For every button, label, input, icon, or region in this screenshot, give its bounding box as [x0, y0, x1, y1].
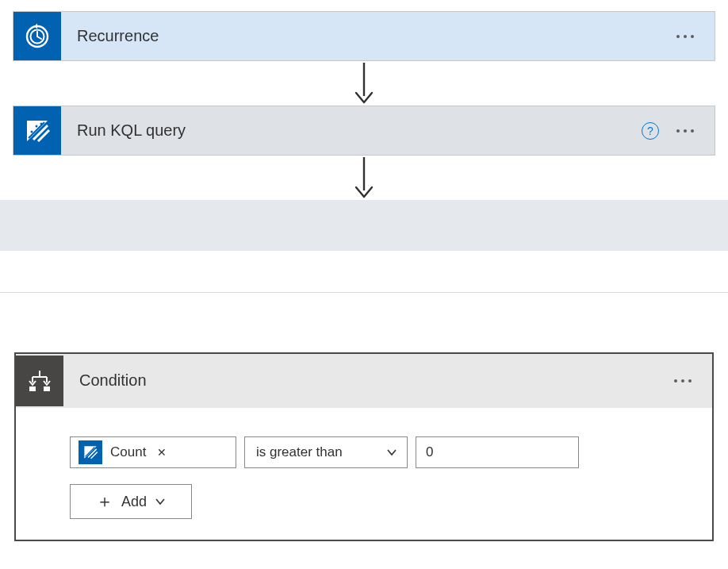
chevron-down-icon	[386, 447, 397, 458]
condition-body: Count ✕ is greater than ＋ Add	[16, 408, 712, 540]
svg-line-22	[91, 452, 98, 458]
recurrence-title: Recurrence	[77, 27, 676, 45]
step-run-kql-query[interactable]: Run KQL query ?	[13, 106, 715, 156]
svg-marker-19	[84, 446, 96, 458]
kql-help-button[interactable]: ?	[642, 122, 659, 140]
step-recurrence[interactable]: Recurrence	[13, 11, 715, 61]
kql-more-button[interactable]	[676, 121, 694, 140]
kql-icon	[13, 106, 61, 155]
add-button-label: Add	[121, 494, 147, 510]
svg-point-8	[31, 130, 33, 133]
condition-row: Count ✕ is greater than	[70, 436, 688, 468]
recurrence-icon	[13, 12, 61, 60]
designer-canvas: Recurrence Run KQL query	[0, 11, 728, 541]
svg-line-3	[37, 37, 41, 39]
operator-label: is greater than	[256, 444, 343, 460]
condition-panel: Condition	[14, 352, 714, 541]
svg-point-7	[36, 125, 38, 127]
recurrence-more-button[interactable]	[676, 27, 694, 46]
svg-rect-18	[44, 386, 50, 391]
condition-more-button[interactable]	[674, 371, 692, 390]
token-label: Count	[110, 444, 146, 460]
kql-title: Run KQL query	[77, 121, 642, 140]
chevron-down-icon	[155, 496, 166, 507]
connector-arrow-2	[0, 156, 728, 200]
dynamic-content-token[interactable]: Count ✕	[79, 440, 167, 464]
empty-band	[0, 200, 728, 251]
condition-value-input[interactable]	[416, 436, 579, 468]
token-kql-icon	[79, 440, 102, 464]
svg-rect-17	[29, 386, 36, 391]
condition-add-button[interactable]: ＋ Add	[70, 484, 192, 519]
condition-header[interactable]: Condition	[16, 354, 712, 408]
condition-left-operand[interactable]: Count ✕	[70, 436, 236, 468]
condition-icon	[16, 356, 63, 406]
svg-marker-5	[27, 121, 48, 141]
connector-arrow-1	[0, 61, 728, 106]
condition-operator-select[interactable]: is greater than	[244, 436, 408, 468]
token-remove-button[interactable]: ✕	[157, 446, 167, 459]
condition-title: Condition	[79, 371, 674, 390]
